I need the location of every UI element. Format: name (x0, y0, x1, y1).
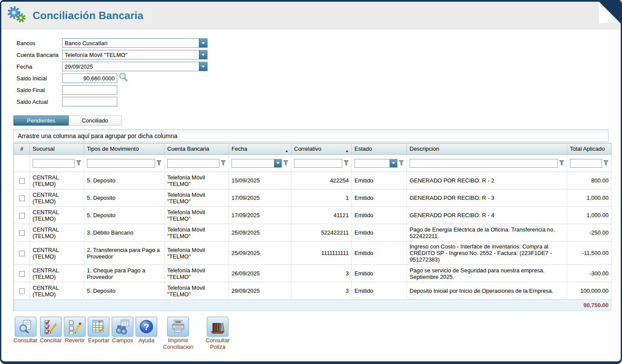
search-document-icon (18, 319, 33, 334)
cell-correlativo: 3 (291, 265, 352, 282)
tab-conciliado[interactable]: Conciliado (69, 116, 122, 126)
filter-funnel-icon[interactable] (283, 160, 288, 166)
cell-descripcion: GENERADO POR RECIBO: R - 4 (407, 207, 567, 224)
svg-text:?: ? (144, 322, 149, 332)
row-checkbox[interactable] (19, 195, 25, 201)
gears-icon (7, 6, 26, 26)
filter-cell-empty (14, 155, 30, 172)
cell-estado: Emitido (352, 224, 407, 242)
cell-total: -11,500.00 (567, 242, 612, 265)
column-header-cuenta-bancaria[interactable]: Cuenta Bancaria (165, 143, 229, 155)
saldo-final-label: Saldo Final (17, 87, 62, 93)
consultar-poliza-button[interactable]: Consultar Poliza (199, 317, 236, 351)
help-question-icon: ? (139, 319, 154, 334)
column-header-estado[interactable]: Estado (352, 143, 407, 155)
cell-cuenta: Telefonía Móvil "TELMO" (165, 189, 229, 207)
filter-total-input[interactable] (570, 159, 602, 168)
filter-correlativo-input[interactable] (294, 159, 342, 168)
saldo-actual-input[interactable] (62, 97, 117, 106)
filter-form: Bancos Banco Cuscatlan Cuenta Bancaria T… (17, 38, 609, 106)
checkboxes-pencil-icon (67, 319, 83, 334)
cuenta-bancaria-value: Telefonía Móvil "TELMO" (63, 50, 199, 59)
page-corner-fold-icon (599, 2, 621, 23)
chevron-down-icon[interactable] (199, 50, 207, 59)
ayuda-button[interactable]: ? Ayuda (136, 317, 157, 344)
row-checkbox[interactable] (19, 288, 25, 294)
grid-body: CENTRAL (TELMO)5. DepositoTelefonía Móvi… (14, 172, 612, 300)
saldo-final-input[interactable] (62, 85, 117, 95)
column-header-correlativo[interactable]: Correlativo (291, 143, 352, 155)
filter-funnel-icon[interactable] (603, 160, 609, 166)
tab-pendientes[interactable]: Pendientes (13, 116, 69, 126)
cell-cuenta: Telefonía Móvil "TELMO" (165, 207, 229, 224)
consultar-button[interactable]: Consultar (13, 317, 38, 344)
filter-funnel-icon[interactable] (559, 160, 564, 166)
column-header-descripcion[interactable]: Descripcion (407, 143, 567, 155)
filter-tipos-input[interactable] (87, 159, 155, 168)
group-by-panel[interactable]: Arrastre una columna aquí para agrupar p… (13, 129, 609, 142)
cell-estado: Emitido (352, 265, 407, 282)
filter-funnel-icon[interactable] (399, 160, 404, 166)
saldo-inicial-input[interactable] (62, 73, 117, 83)
exportar-button[interactable]: Exportar (88, 317, 109, 344)
chevron-down-icon[interactable] (199, 39, 207, 47)
filter-funnel-icon[interactable] (344, 160, 349, 166)
cell-descripcion: Pago de Energía Eléctrica de la Oficina.… (407, 224, 567, 242)
filter-sucursal-input[interactable] (33, 159, 75, 168)
row-select-cell (14, 189, 30, 207)
cell-correlativo: 3 (291, 282, 352, 300)
movements-table: # Sucursal Tipos de Movimiento Cuenta Ba… (13, 143, 612, 311)
fecha-value: 29/09/2025 (63, 62, 199, 71)
campos-button[interactable]: Campos (112, 317, 133, 344)
conciliar-button[interactable]: Conciliar (40, 317, 62, 344)
bottom-toolbar: Consultar Conciliar (13, 317, 609, 351)
cell-fecha: 25/09/2025 (229, 242, 291, 265)
cuenta-bancaria-dropdown[interactable]: Telefonía Móvil "TELMO" (62, 50, 208, 60)
cell-sucursal: CENTRAL (TELMO) (30, 207, 84, 224)
cell-tipo: 5. Deposito (84, 282, 165, 300)
header-row: # Sucursal Tipos de Movimiento Cuenta Ba… (14, 143, 612, 155)
cell-correlativo: 422254 (291, 172, 352, 189)
column-header-fecha[interactable]: Fecha (229, 143, 291, 155)
filter-cuenta-input[interactable] (167, 159, 219, 168)
chevron-down-icon[interactable] (390, 159, 397, 167)
bancos-dropdown[interactable]: Banco Cuscatlan (62, 38, 208, 48)
filter-funnel-icon[interactable] (156, 160, 162, 166)
chevron-down-icon[interactable] (274, 159, 281, 167)
cell-estado: Emitido (352, 282, 407, 300)
grid-tabs: Pendientes Conciliado (13, 116, 609, 126)
column-header-tipos-movimiento[interactable]: Tipos de Movimiento (84, 143, 165, 155)
conciliacion-bancaria-window: Conciliación Bancaria Bancos Banco Cusca… (0, 0, 622, 364)
row-select-cell (14, 172, 30, 189)
cell-descripcion: GENERADO POR RECIBO: R - 3 (407, 189, 567, 207)
row-checkbox[interactable] (19, 213, 25, 218)
row-select-cell (14, 282, 30, 300)
cell-total: 100,000.00 (567, 282, 612, 300)
imprimir-conciliacion-button[interactable]: Imprimir Conciliacion (159, 317, 197, 351)
cell-fecha: 29/09/2025 (229, 282, 291, 300)
table-row: CENTRAL (TELMO)5. DepositoTelefonía Móvi… (14, 189, 612, 207)
filter-funnel-icon[interactable] (221, 160, 226, 166)
filter-funnel-icon[interactable] (76, 160, 81, 166)
chevron-down-icon[interactable] (199, 62, 207, 71)
column-header-number[interactable]: # (14, 143, 30, 155)
row-checkbox[interactable] (19, 230, 25, 236)
cell-cuenta: Telefonía Móvil "TELMO" (165, 282, 229, 300)
fecha-label: Fecha (17, 63, 62, 70)
column-header-sucursal[interactable]: Sucursal (30, 143, 84, 155)
checklist-pencil-icon (43, 319, 59, 334)
cell-correlativo: 1111111111 (291, 242, 352, 265)
filter-descripcion-input[interactable] (410, 159, 558, 168)
books-shelf-icon (210, 319, 225, 334)
row-checkbox[interactable] (19, 271, 25, 277)
cuenta-bancaria-label: Cuenta Bancaria (17, 52, 62, 58)
column-header-total-aplicado[interactable]: Total Aplicado (567, 143, 612, 155)
row-checkbox[interactable] (19, 178, 25, 184)
magnifier-lookup-icon[interactable] (119, 73, 128, 84)
cell-descripcion: GENERADO POR RECIBO: R - 2 (407, 172, 567, 189)
revertir-button[interactable]: Revertir (64, 317, 86, 344)
fecha-dropdown[interactable]: 29/09/2025 (62, 62, 208, 71)
cell-descripcion: Pago se servicio de Seguridad para nuest… (407, 265, 567, 282)
row-checkbox[interactable] (19, 251, 25, 256)
cell-estado: Emitido (352, 189, 407, 207)
